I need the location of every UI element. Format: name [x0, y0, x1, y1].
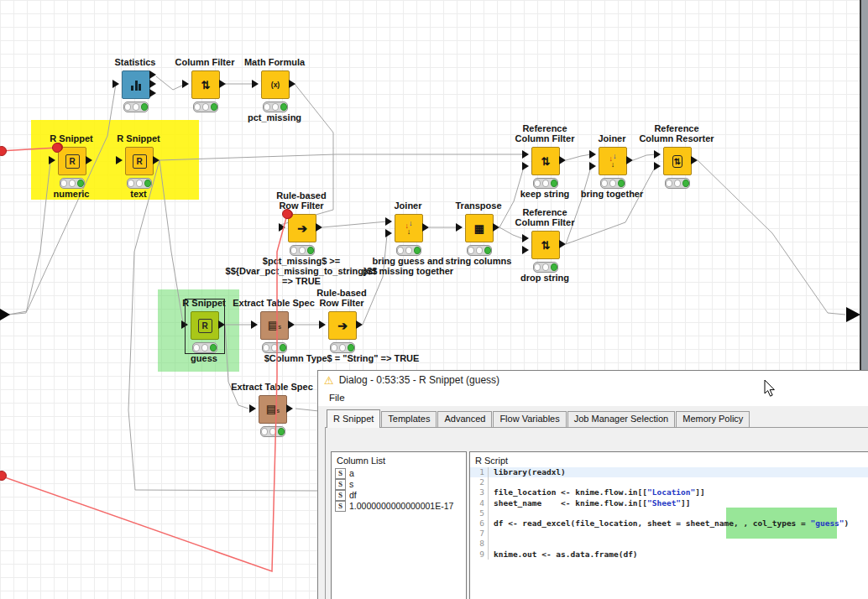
rule-based-row-filter-1-flow-variable-port[interactable]: [284, 210, 293, 219]
joiner-2-body[interactable]: ↓↓↓: [599, 147, 627, 175]
reference-column-filter-keep-in-port[interactable]: [522, 162, 529, 170]
string-type-icon: S: [335, 468, 346, 479]
code-line-8[interactable]: 8: [470, 539, 868, 549]
tab-job-manager-selection[interactable]: Job Manager Selection: [567, 411, 676, 427]
tab-memory-policy[interactable]: Memory Policy: [676, 411, 750, 427]
statistics-out-port[interactable]: [149, 80, 156, 88]
r-snippet-numeric-in-port[interactable]: [49, 156, 55, 164]
r-snippet-text-body[interactable]: R: [125, 147, 154, 175]
tab-r-snippet[interactable]: R Snippet: [327, 409, 380, 428]
reference-column-resorter-out-port[interactable]: [691, 156, 698, 164]
r-snippet-numeric-body[interactable]: R: [58, 147, 86, 175]
statistics-body[interactable]: [122, 70, 150, 99]
reference-column-resorter-body[interactable]: ⇅: [663, 147, 692, 175]
joiner-2-in-port[interactable]: [589, 162, 596, 170]
rule-based-row-filter-2-in-port[interactable]: [319, 320, 326, 329]
joiner-1-out-port[interactable]: [422, 223, 429, 232]
reference-column-filter-keep-out-port[interactable]: [559, 156, 566, 164]
extract-table-spec-2-out-port[interactable]: [286, 404, 293, 413]
column-filter-in-port[interactable]: [182, 80, 189, 88]
code-line-7[interactable]: 7: [470, 529, 868, 539]
string-type-icon: S: [335, 490, 346, 501]
joiner-1-in-port[interactable]: [385, 217, 392, 226]
math-formula-out-port[interactable]: [289, 80, 295, 88]
rule-based-row-filter-2-label: Rule-based Row Filter: [275, 288, 409, 308]
statistics-out-port[interactable]: [149, 70, 156, 79]
r-script-panel: R Script 1library(readxl)23file_location…: [469, 451, 868, 599]
rule-based-row-filter-2-body[interactable]: ➔: [328, 311, 357, 340]
rule-based-row-filter-2-out-port[interactable]: [356, 320, 363, 329]
reference-column-filter-drop-status-light: [533, 262, 558, 273]
r-snippet-numeric-out-port[interactable]: [86, 156, 92, 164]
column-list-item[interactable]: Sdf: [332, 490, 466, 501]
joiner-2-out-port[interactable]: [626, 156, 633, 164]
code-line-3[interactable]: 3file_location <- knime.flow.in[["Locati…: [470, 487, 868, 497]
joiner-2-in-port[interactable]: [589, 150, 596, 159]
knime-window: ⚠ Dialog - 0:53:35 - R Snippet (guess) F…: [0, 0, 868, 599]
right-scroll-strip[interactable]: [860, 0, 868, 372]
joiner-1-body[interactable]: ↓↓↓: [395, 214, 423, 242]
reference-column-filter-drop-in-port[interactable]: [522, 246, 529, 254]
tab-templates[interactable]: Templates: [381, 411, 437, 427]
menu-file[interactable]: File: [326, 391, 348, 404]
reference-column-resorter-status-light: [665, 178, 690, 189]
r-script-title: R Script: [470, 452, 868, 468]
transpose-status-light: [467, 245, 492, 256]
extract-table-spec-1-in-port[interactable]: [251, 320, 258, 329]
extract-table-spec-1-body[interactable]: ▤s: [260, 311, 289, 340]
code-line-6[interactable]: 6df <- read_excel(file_location, sheet =…: [470, 518, 868, 529]
rule-based-row-filter-1-in-port[interactable]: [279, 223, 285, 232]
column-filter-status-light: [193, 102, 218, 112]
extract-table-spec-1-out-port[interactable]: [288, 320, 295, 329]
statistics-in-port[interactable]: [112, 80, 119, 88]
statistics-out-port[interactable]: [149, 89, 156, 97]
column-name: a: [349, 468, 354, 478]
code-line-1[interactable]: 1library(readxl): [470, 467, 868, 477]
code-line-2[interactable]: 2: [470, 477, 868, 487]
r-snippet-text-out-port[interactable]: [153, 156, 159, 164]
r-script-editor[interactable]: 1library(readxl)23file_location <- knime…: [470, 467, 868, 599]
tab-content-panel: Column List SaSsSdfS1.0000000000000001E-…: [325, 427, 868, 599]
reference-column-resorter-in-port[interactable]: [654, 150, 661, 159]
yellow-annotation[interactable]: [31, 120, 199, 200]
extract-table-spec-2-in-port[interactable]: [249, 404, 256, 413]
rule-based-row-filter-1-out-port[interactable]: [316, 223, 322, 232]
reference-column-filter-drop-body[interactable]: ⇅: [531, 231, 560, 259]
column-list-item[interactable]: Sa: [332, 468, 466, 479]
joiner-2-status-light: [600, 178, 625, 189]
code-line-5[interactable]: 5: [470, 508, 868, 518]
code-line-4[interactable]: 4sheet_name <- knime.flow.in[["Sheet"]]: [470, 498, 868, 508]
r-snippet-text-in-port[interactable]: [116, 156, 123, 164]
column-list-item[interactable]: S1.0000000000000001E-17: [332, 501, 466, 512]
reference-column-filter-drop-in-port[interactable]: [522, 234, 529, 242]
r-snippet-text-status-light: [127, 178, 152, 189]
extract-table-spec-2-body[interactable]: ▤s: [259, 395, 287, 424]
extract-table-spec-2-status-light: [260, 426, 285, 437]
warning-icon: ⚠: [324, 375, 334, 386]
string-type-icon: S: [335, 501, 346, 512]
joiner-2-annotation: bring together: [524, 189, 700, 199]
rule-based-row-filter-1-body[interactable]: ➔: [288, 214, 316, 242]
reference-column-filter-drop-out-port[interactable]: [559, 240, 566, 248]
transpose-in-port[interactable]: [456, 223, 463, 232]
joiner-1-in-port[interactable]: [385, 229, 392, 237]
math-formula-in-port[interactable]: [252, 80, 259, 88]
r-snippet-numeric-status-light: [60, 178, 85, 189]
statistics-status-light: [123, 102, 149, 112]
column-list-title: Column List: [332, 452, 466, 468]
tab-advanced[interactable]: Advanced: [437, 411, 492, 427]
rule-based-row-filter-2-status-light: [330, 342, 355, 353]
reference-column-filter-keep-in-port[interactable]: [522, 150, 529, 159]
r-snippet-numeric-flow-variable-port[interactable]: [54, 143, 63, 152]
column-filter-body[interactable]: ⇅: [191, 70, 220, 99]
tab-flow-variables[interactable]: Flow Variables: [493, 411, 566, 427]
reference-column-filter-keep-body[interactable]: ⇅: [531, 147, 560, 175]
dialog-titlebar[interactable]: ⚠ Dialog - 0:53:35 - R Snippet (guess): [318, 371, 868, 389]
code-line-9[interactable]: 9knime.out <- as.data.frame(df): [470, 550, 868, 560]
column-filter-out-port[interactable]: [219, 80, 226, 88]
reference-column-resorter-in-port[interactable]: [654, 162, 661, 170]
workflow-input-port[interactable]: [0, 309, 10, 320]
workflow-output-port[interactable]: [846, 307, 860, 322]
math-formula-body[interactable]: (x): [261, 70, 290, 99]
column-list-item[interactable]: Ss: [332, 479, 466, 490]
